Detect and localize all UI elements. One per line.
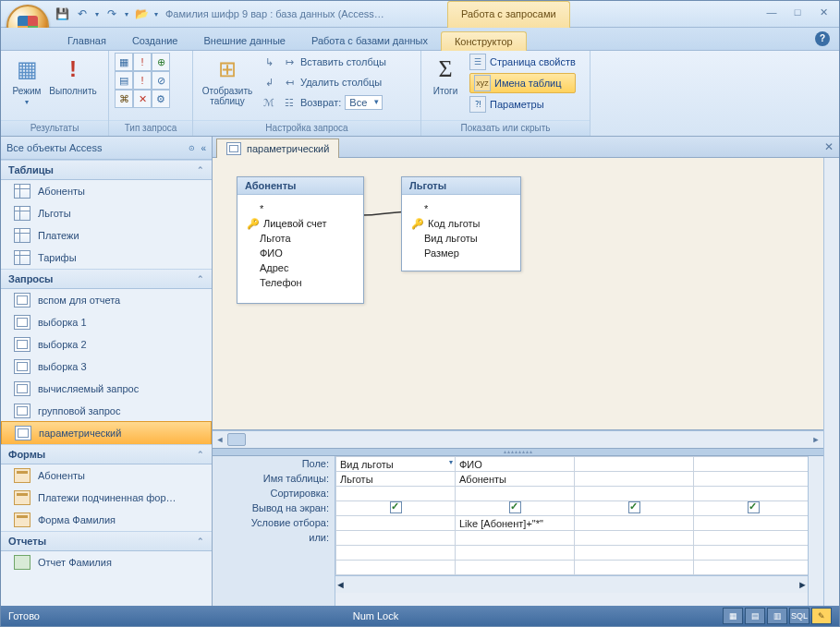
grid-cell[interactable] (456, 531, 575, 546)
nav-item[interactable]: Платежи подчиненная фор… (1, 487, 212, 509)
grid-cell[interactable] (694, 487, 809, 501)
grid-cell[interactable] (694, 457, 809, 472)
grid-cell[interactable] (336, 516, 456, 531)
field-row[interactable]: Льгота (247, 232, 354, 247)
select-query-icon[interactable]: ▦ (115, 53, 133, 71)
grid-cell[interactable]: ФИО (456, 457, 575, 472)
qat-more-icon[interactable]: ▾ (154, 10, 158, 18)
passthrough-icon[interactable]: ⌘ (115, 90, 133, 108)
field-row[interactable]: Вид льготы (411, 232, 511, 247)
run-button[interactable]: ! Выполнить (53, 53, 93, 96)
nav-collapse-icon[interactable]: « (201, 143, 206, 153)
grid-cell[interactable] (456, 546, 575, 561)
delete-icon[interactable]: ✕ (133, 90, 152, 108)
show-table-button[interactable]: ⊞ Отобразить таблицу (199, 53, 256, 106)
help-icon[interactable]: ? (815, 31, 830, 46)
grid-cell[interactable] (456, 501, 575, 516)
field-row[interactable]: Телефон (247, 276, 354, 291)
diagram-vscroll[interactable] (823, 158, 839, 606)
nav-item[interactable]: групповой запрос (1, 400, 212, 422)
nav-item[interactable]: Абоненты (1, 180, 212, 202)
tab-design[interactable]: Конструктор (441, 31, 527, 51)
table-box[interactable]: Абоненты*🔑Лицевой счетЛьготаФИОАдресТеле… (237, 176, 364, 304)
field-row[interactable]: * (411, 202, 511, 217)
tab-dbtools[interactable]: Работа с базами данных (298, 31, 441, 50)
property-sheet-button[interactable]: ☰Страница свойств (469, 53, 576, 71)
nav-item[interactable]: параметрический (1, 421, 212, 445)
field-row[interactable]: 🔑Код льготы (411, 217, 511, 232)
diagram-hscroll[interactable]: ◄ ► (213, 430, 823, 448)
grid-cell[interactable] (694, 501, 809, 516)
grid-cell[interactable] (694, 561, 809, 575)
field-row[interactable]: Размер (411, 247, 511, 261)
delete-cols-button[interactable]: ↤Удалить столбцы (282, 73, 386, 91)
minimize-button[interactable]: — (761, 5, 782, 19)
tab-external[interactable]: Внешние данные (191, 31, 298, 50)
nav-item[interactable]: вспом для отчета (1, 289, 212, 311)
field-row[interactable]: 🔑Лицевой счет (247, 217, 354, 232)
delete-rows-button[interactable]: ↲ (262, 73, 276, 91)
relationship-diagram[interactable]: Абоненты*🔑Лицевой счетЛьготаФИОАдресТеле… (213, 158, 823, 430)
return-select[interactable]: Все (345, 95, 383, 110)
tab-home[interactable]: Главная (55, 31, 119, 50)
nav-header[interactable]: Все объекты Access ⊙« (1, 137, 212, 160)
field-row[interactable]: Адрес (247, 261, 354, 276)
grid-cell[interactable] (456, 487, 575, 501)
grid-cell[interactable]: Like [Абонент]+"*" (456, 516, 575, 531)
open-icon[interactable]: 📂 (134, 6, 149, 21)
grid-cell[interactable]: Абоненты (456, 472, 575, 487)
grid-cell[interactable] (456, 561, 575, 575)
builder-button[interactable]: ℳ (262, 93, 276, 112)
append-icon[interactable]: ⊕ (152, 53, 170, 71)
table-names-button[interactable]: xyzИмена таблиц (469, 73, 576, 93)
splitter[interactable]: ▴▴▴▴▴▴▴▴ (213, 448, 823, 456)
nav-item[interactable]: Форма Фамилия (1, 509, 212, 531)
grid-cell[interactable] (575, 472, 694, 487)
show-checkbox[interactable] (509, 501, 521, 513)
view-sql-button[interactable]: SQL (789, 608, 810, 624)
grid-cell[interactable] (694, 516, 809, 531)
grid-cell[interactable] (575, 546, 694, 561)
view-button[interactable]: ▦ Режим ▾ (6, 53, 47, 106)
undo-dropdown-icon[interactable]: ▾ (95, 10, 99, 18)
grid-cell[interactable] (336, 487, 456, 501)
table-box[interactable]: Льготы*🔑Код льготыВид льготыРазмер (401, 176, 521, 271)
totals-button[interactable]: Σ Итоги (427, 53, 464, 96)
cat-queries[interactable]: Запросы⌃ (1, 269, 212, 289)
tab-create[interactable]: Создание (119, 31, 191, 50)
view-chart-button[interactable]: ▥ (767, 608, 787, 624)
scroll-left-icon[interactable]: ◄ (213, 435, 227, 444)
nav-item[interactable]: выборка 1 (1, 311, 212, 333)
grid-cell[interactable] (575, 487, 694, 501)
cat-reports[interactable]: Отчеты⌃ (1, 531, 212, 551)
redo-dropdown-icon[interactable]: ▾ (125, 10, 128, 18)
insert-rows-button[interactable]: ↳ (262, 53, 276, 71)
field-row[interactable]: ФИО (247, 247, 354, 261)
cat-tables[interactable]: Таблицы⌃ (1, 160, 212, 180)
nav-item[interactable]: выборка 3 (1, 356, 212, 378)
make-table-icon[interactable]: ! (133, 53, 152, 71)
grid-cell[interactable]: Вид льготы▾ (336, 457, 456, 472)
grid-cell[interactable] (694, 472, 809, 487)
view-pivot-button[interactable]: ▤ (745, 608, 765, 624)
grid-cell[interactable] (575, 531, 694, 546)
data-def-icon[interactable]: ⚙ (152, 90, 170, 108)
parameters-button[interactable]: ⁈Параметры (469, 95, 576, 114)
view-design-button[interactable]: ✎ (811, 608, 832, 624)
scroll-right-icon[interactable]: ► (809, 435, 823, 444)
show-checkbox[interactable] (390, 501, 402, 513)
nav-item[interactable]: Отчет Фамилия (1, 551, 212, 573)
undo-icon[interactable]: ↶ (75, 6, 90, 21)
grid-cell[interactable] (694, 531, 809, 546)
scroll-thumb[interactable] (227, 433, 246, 446)
grid-cell[interactable] (336, 546, 456, 561)
nav-dropdown-icon[interactable]: ⊙ (189, 144, 195, 152)
grid-cell[interactable] (575, 516, 694, 531)
update-icon[interactable]: ! (133, 71, 152, 90)
grid-cell[interactable]: Льготы (336, 472, 456, 487)
field-row[interactable]: * (247, 202, 354, 217)
show-checkbox[interactable] (748, 501, 760, 513)
view-datasheet-button[interactable]: ▦ (723, 608, 743, 624)
scroll-left-icon[interactable]: ◄ (335, 579, 346, 590)
redo-icon[interactable]: ↷ (104, 6, 119, 21)
